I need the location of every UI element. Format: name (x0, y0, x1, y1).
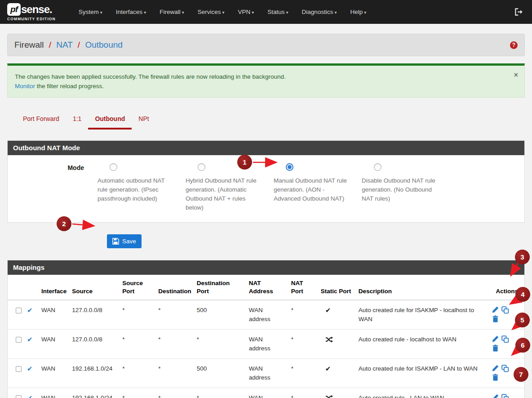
mode-option-disable: Disable Outbound NAT rule generation. (N… (362, 163, 450, 212)
radio-hybrid[interactable] (198, 163, 205, 171)
menu-system[interactable]: System▾ (72, 5, 109, 19)
breadcrumb-section: Firewall (14, 40, 44, 49)
callout-2: 2 (57, 216, 71, 231)
pfsense-logo[interactable]: pf sense. COMMUNITY EDITION (7, 3, 56, 21)
cell-source: 192.168.1.0/24 (69, 388, 120, 398)
cell-destination-port: 500 (194, 300, 246, 330)
cell-source-port: * (120, 388, 155, 398)
cell-source: 127.0.0.0/8 (69, 330, 120, 359)
breadcrumb-nat-link[interactable]: NAT (56, 40, 72, 49)
row-checkbox[interactable] (16, 366, 22, 372)
cell-description: Auto created rule for ISAKMP - LAN to WA… (356, 359, 489, 388)
col-source: Source (69, 275, 120, 300)
edit-rule-icon[interactable] (492, 364, 499, 373)
mode-option-automatic: Automatic outbound NAT rule generation. … (98, 163, 186, 212)
chevron-down-icon: ▾ (100, 10, 102, 15)
menu-help[interactable]: Help▾ (343, 5, 373, 19)
panel-title: Outbound NAT Mode (8, 141, 524, 155)
copy-rule-icon[interactable] (501, 364, 510, 373)
close-icon[interactable]: × (514, 72, 518, 78)
menu-services[interactable]: Services▾ (191, 5, 231, 19)
tab-port-forward[interactable]: Port Forward (16, 111, 66, 130)
help-icon[interactable]: ? (510, 41, 518, 49)
cell-source: 127.0.0.0/8 (69, 300, 120, 330)
chevron-down-icon: ▾ (182, 10, 184, 15)
cell-description: Auto created rule for ISAKMP - localhost… (356, 300, 489, 330)
success-alert: The changes have been applied successful… (7, 63, 525, 98)
nat-tabs: Port Forward 1:1 Outbound NPt (16, 111, 525, 130)
cell-nat-port: * (288, 300, 318, 330)
copy-rule-icon[interactable] (501, 335, 510, 344)
tab-1to1[interactable]: 1:1 (66, 111, 88, 130)
chevron-down-icon: ▾ (286, 10, 288, 15)
monitor-link[interactable]: Monitor (15, 83, 35, 89)
breadcrumb: Firewall / NAT / Outbound (14, 40, 123, 50)
chevron-down-icon: ▾ (222, 10, 224, 15)
delete-rule-icon[interactable] (492, 315, 499, 322)
delete-rule-icon[interactable] (492, 374, 499, 381)
cell-destination-port: * (194, 388, 246, 398)
edit-rule-icon[interactable] (492, 394, 499, 398)
cell-destination: * (155, 359, 194, 388)
radio-manual[interactable] (286, 163, 293, 171)
pf-logo-box: pf (7, 3, 21, 16)
menu-diagnostics[interactable]: Diagnostics▾ (295, 5, 344, 19)
col-nat-port: NAT Port (288, 275, 318, 300)
col-static-port: Static Port (318, 275, 356, 300)
tab-npt[interactable]: NPt (132, 111, 155, 130)
col-source-port: Source Port (120, 275, 155, 300)
callout-6: 6 (515, 338, 530, 353)
cell-destination: * (155, 330, 194, 359)
mode-desc: Disable Outbound NAT rule generation. (N… (362, 176, 437, 203)
cell-interface: WAN (39, 388, 69, 398)
cell-source: 192.168.1.0/24 (69, 359, 120, 388)
main-menu: System▾ Interfaces▾ Firewall▾ Services▾ … (72, 5, 513, 19)
radio-disable[interactable] (374, 163, 381, 171)
callout-3: 3 (515, 250, 530, 264)
breadcrumb-outbound-link[interactable]: Outbound (85, 40, 122, 49)
mappings-table: Interface Source Source Port Destination… (8, 275, 524, 398)
sign-out-icon[interactable] (513, 6, 525, 18)
copy-rule-icon[interactable] (501, 394, 510, 398)
callout-7: 7 (514, 367, 528, 382)
top-navbar: pf sense. COMMUNITY EDITION System▾ Inte… (0, 0, 532, 24)
row-checkbox[interactable] (16, 395, 22, 398)
col-destination: Destination (155, 275, 194, 300)
static-port-check-icon: ✔ (325, 365, 331, 372)
cell-destination-port: 500 (194, 359, 246, 388)
save-icon (112, 238, 119, 245)
menu-interfaces[interactable]: Interfaces▾ (109, 5, 153, 19)
menu-status[interactable]: Status▾ (261, 5, 295, 19)
table-row: ✔WAN192.168.1.0/24***WAN address*Auto cr… (8, 388, 524, 398)
row-checkbox[interactable] (16, 308, 22, 313)
cell-nat-port: * (288, 359, 318, 388)
mode-option-manual: Manual Outbound NAT rule generation. (AO… (274, 163, 362, 212)
edit-rule-icon[interactable] (492, 335, 499, 344)
cell-nat-address: WAN address (246, 359, 288, 388)
cell-description: Auto created rule - LAN to WAN (356, 388, 489, 398)
delete-rule-icon[interactable] (492, 344, 499, 352)
col-nat-address: NAT Address (246, 275, 288, 300)
cell-interface: WAN (39, 359, 69, 388)
cell-nat-address: WAN address (246, 388, 288, 398)
cell-description: Auto created rule - localhost to WAN (356, 330, 489, 359)
page-header: Firewall / NAT / Outbound ? (7, 34, 525, 56)
menu-vpn[interactable]: VPN▾ (231, 5, 261, 19)
table-row: ✔WAN192.168.1.0/24**500WAN address*✔Auto… (8, 359, 524, 388)
copy-rule-icon[interactable] (501, 306, 510, 314)
radio-automatic[interactable] (110, 163, 117, 171)
cell-nat-address: WAN address (246, 330, 288, 359)
edit-rule-icon[interactable] (492, 306, 499, 314)
cell-source-port: * (120, 359, 155, 388)
callout-1: 1 (237, 155, 252, 170)
static-port-random-icon (325, 395, 333, 398)
save-button[interactable]: Save (107, 234, 142, 248)
menu-firewall[interactable]: Firewall▾ (153, 5, 191, 19)
col-interface: Interface (39, 275, 69, 300)
table-header-row: Interface Source Source Port Destination… (8, 275, 524, 300)
cell-nat-address: WAN address (246, 300, 288, 330)
row-checkbox[interactable] (16, 337, 22, 343)
mode-desc: Automatic outbound NAT rule generation. … (98, 176, 173, 203)
tab-outbound[interactable]: Outbound (88, 111, 132, 130)
cell-destination: * (155, 388, 194, 398)
